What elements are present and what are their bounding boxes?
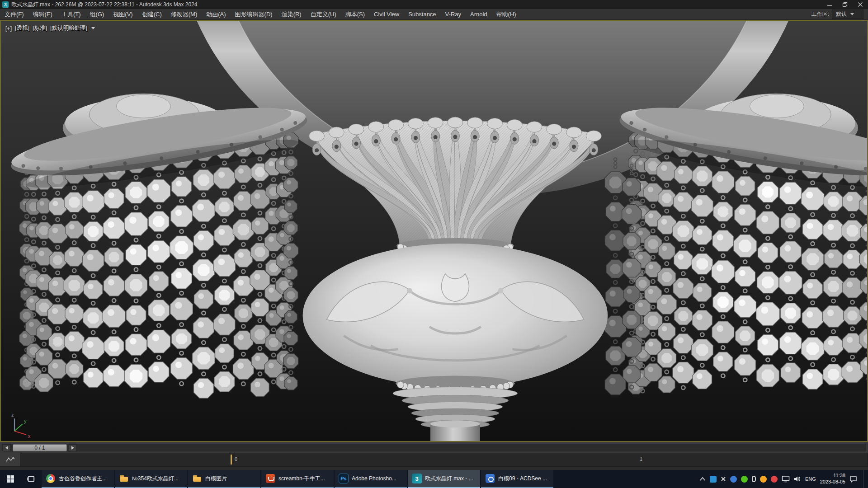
taskbar-app-label: 白模图片 <box>205 475 227 483</box>
tray-record-icon[interactable] <box>771 476 778 483</box>
menu-item-11[interactable]: 脚本(S) <box>341 9 369 19</box>
taskbar-app-6[interactable]: 白模09 - ACDSee ... <box>481 470 553 488</box>
menu-item-9[interactable]: 渲染(R) <box>277 9 306 19</box>
menu-item-2[interactable]: 工具(T) <box>57 9 85 19</box>
close-icon <box>858 2 863 7</box>
viewport-label-1[interactable]: [透视] <box>15 24 29 32</box>
system-tray: ENG 11:38 2023-08-05 <box>697 470 868 488</box>
taskbar-app-label: screambn-千牛工... <box>278 475 325 483</box>
workspace-selector: 工作区: 默认 <box>811 9 868 19</box>
svg-text:y: y <box>24 418 27 424</box>
taskbar-app-3[interactable]: screambn-千牛工... <box>261 470 334 488</box>
viewport-label-2[interactable]: [标准] <box>33 24 47 32</box>
3ds-max-window: 3 欧式水晶灯.max - 262.26M @ 2023-07-22 22:38… <box>0 0 868 488</box>
perspective-viewport[interactable]: xyz [+][透视][标准][默认明暗处理] <box>0 20 868 442</box>
time-slider-handle[interactable]: 0 / 1 <box>13 444 67 451</box>
start-button[interactable] <box>0 470 21 488</box>
tray-chat-icon[interactable] <box>710 476 717 483</box>
viewport-3d-scene[interactable]: xyz <box>1 21 867 441</box>
tray-mouse-icon[interactable] <box>752 476 756 482</box>
title-bar: 3 欧式水晶灯.max - 262.26M @ 2023-07-22 22:38… <box>0 0 868 9</box>
menu-item-7[interactable]: 动画(A) <box>202 9 230 19</box>
clock-date: 2023-08-05 <box>820 479 845 485</box>
menu-item-15[interactable]: Arnold <box>466 9 492 19</box>
taskbar-app-label: 白模09 - ACDSee ... <box>498 475 547 483</box>
folder-icon <box>192 474 202 483</box>
volume-icon[interactable] <box>794 476 801 482</box>
clock[interactable]: 11:38 2023-08-05 <box>820 473 845 485</box>
show-desktop-button[interactable] <box>863 470 865 488</box>
menu-bar: 文件(F)编辑(E)工具(T)组(G)视图(V)创建(C)修改器(M)动画(A)… <box>0 9 868 20</box>
menu-item-3[interactable]: 组(G) <box>85 9 109 19</box>
menu-item-13[interactable]: Substance <box>404 9 440 19</box>
menu-item-0[interactable]: 文件(F) <box>0 9 28 19</box>
taskbar-app-label: 古色谷香创作者主... <box>59 475 107 483</box>
window-title: 欧式水晶灯.max - 262.26M @ 2023-07-22 22:38:1… <box>11 1 198 9</box>
menu-item-8[interactable]: 图形编辑器(D) <box>231 9 277 19</box>
action-center-button[interactable] <box>849 476 857 483</box>
qianniu-icon <box>265 474 275 483</box>
viewport-label-3[interactable]: [默认明暗处理] <box>50 24 87 32</box>
menu-item-16[interactable]: 帮助(H) <box>492 9 521 19</box>
arrow-right-icon <box>71 446 74 450</box>
viewport-label-0[interactable]: [+] <box>5 25 12 32</box>
previous-frame-button[interactable] <box>3 444 11 451</box>
status-strip <box>0 466 868 470</box>
taskbar-app-4[interactable]: PsAdobe Photosho... <box>335 470 407 488</box>
minimize-button[interactable] <box>822 0 837 9</box>
app-icon: 3 <box>2 1 9 8</box>
frame-number-start: 0 <box>235 456 237 462</box>
taskbar-app-label: №354欧式水晶灯... <box>132 475 179 483</box>
language-indicator[interactable]: ENG <box>805 476 816 482</box>
notification-icon <box>849 476 857 483</box>
menu-item-1[interactable]: 编辑(E) <box>28 9 57 19</box>
menu-item-12[interactable]: Civil View <box>369 9 404 19</box>
menu-item-6[interactable]: 修改器(M) <box>166 9 202 19</box>
taskbar-app-2[interactable]: 白模图片 <box>188 470 260 488</box>
workspace-dropdown[interactable]: 默认 <box>832 9 863 19</box>
next-frame-button[interactable] <box>69 444 77 451</box>
photoshop-icon: Ps <box>339 474 349 483</box>
tray-expand-button[interactable] <box>699 477 706 481</box>
restore-icon <box>842 2 848 7</box>
workspace-label: 工作区: <box>811 10 829 18</box>
chevron-up-icon <box>699 477 706 481</box>
tray-alert-icon[interactable] <box>760 476 767 483</box>
browser-icon <box>46 474 56 483</box>
task-view-icon <box>27 475 35 483</box>
menu-item-10[interactable]: 自定义(U) <box>306 9 341 19</box>
time-slider-track[interactable] <box>2 444 866 451</box>
arrow-left-icon <box>5 446 8 450</box>
task-view-button[interactable] <box>21 470 42 488</box>
current-frame-tick[interactable] <box>231 455 232 465</box>
menu-item-14[interactable]: V-Ray <box>441 9 466 19</box>
taskbar-app-1[interactable]: №354欧式水晶灯... <box>115 470 187 488</box>
tray-close-app-icon[interactable] <box>721 476 726 482</box>
svg-text:z: z <box>11 412 14 418</box>
menu-item-5[interactable]: 创建(C) <box>137 9 166 19</box>
folder-icon <box>119 474 129 483</box>
acdsee-icon <box>485 474 495 483</box>
taskbar-app-5[interactable]: 3欧式水晶灯.max - ... <box>408 470 480 488</box>
windows-taskbar: 古色谷香创作者主...№354欧式水晶灯...白模图片screambn-千牛工.… <box>0 470 868 488</box>
chevron-down-icon <box>850 13 854 15</box>
close-button[interactable] <box>853 0 868 9</box>
viewport-label-bar: [+][透视][标准][默认明暗处理] <box>5 24 95 32</box>
taskbar-app-label: 欧式水晶灯.max - ... <box>425 475 473 483</box>
clock-time: 11:38 <box>820 473 845 479</box>
restore-button[interactable] <box>837 0 853 9</box>
menu-item-4[interactable]: 视图(V) <box>108 9 137 19</box>
track-bar-ruler[interactable]: 0 1 <box>21 453 868 466</box>
time-slider: 0 / 1 <box>0 442 868 453</box>
tray-wechat-icon[interactable] <box>741 476 748 483</box>
frame-number-end: 1 <box>640 456 642 462</box>
mini-curve-editor-button[interactable] <box>0 453 21 466</box>
workspace-value: 默认 <box>836 10 847 18</box>
display-settings-icon[interactable] <box>782 475 790 483</box>
windows-logo-icon <box>6 475 14 483</box>
taskbar-app-0[interactable]: 古色谷香创作者主... <box>42 470 114 488</box>
track-bar: 0 1 <box>0 453 868 466</box>
max-icon: 3 <box>412 474 422 483</box>
viewport-menu-caret-icon[interactable] <box>91 27 95 29</box>
tray-browser-icon[interactable] <box>730 476 737 483</box>
